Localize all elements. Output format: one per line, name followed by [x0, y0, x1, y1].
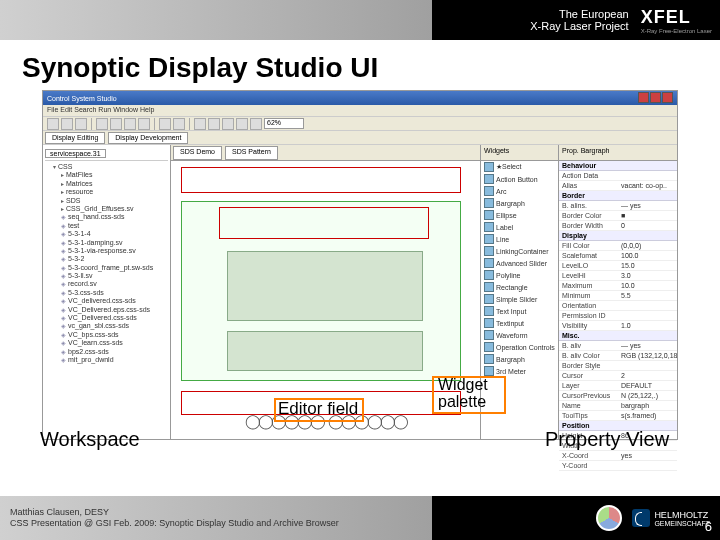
- perspective-tabs[interactable]: Display Editing Display Development: [43, 131, 677, 145]
- props-row[interactable]: Y-Coord: [559, 461, 677, 471]
- tree-item[interactable]: vc_gan_sbl.css-sds: [61, 322, 168, 330]
- props-row[interactable]: LayerDEFAULT: [559, 381, 677, 391]
- props-row[interactable]: Fill Color(0,0,0): [559, 241, 677, 251]
- tree-root[interactable]: CSS: [53, 163, 168, 171]
- props-value[interactable]: N (25,122,.): [618, 391, 677, 400]
- palette-item[interactable]: Text Input: [481, 305, 558, 317]
- toolbar[interactable]: 62%: [43, 117, 677, 131]
- toolbar-icon[interactable]: [159, 118, 171, 130]
- canvas-widget[interactable]: [227, 251, 423, 321]
- tree-item[interactable]: test: [61, 222, 168, 230]
- toolbar-icon[interactable]: [75, 118, 87, 130]
- tree-item[interactable]: 5-3.css-sds: [61, 289, 168, 297]
- tree-item[interactable]: seq_hand.css-sds: [61, 213, 168, 221]
- tree-item[interactable]: mit_pro_dwnld: [61, 356, 168, 364]
- props-value[interactable]: [618, 461, 677, 470]
- tree-item[interactable]: 5-3-1-via-response.sv: [61, 247, 168, 255]
- tree-item[interactable]: 5-3-1-4: [61, 230, 168, 238]
- props-value[interactable]: s(s.framed): [618, 411, 677, 420]
- props-value[interactable]: 5.5: [618, 291, 677, 300]
- props-value[interactable]: yes: [618, 451, 677, 460]
- palette-item[interactable]: Arc: [481, 185, 558, 197]
- props-row[interactable]: LevelHI3.0: [559, 271, 677, 281]
- toolbar-icon[interactable]: [138, 118, 150, 130]
- props-row[interactable]: B. aliv— yes: [559, 341, 677, 351]
- palette-item[interactable]: Simple Slider: [481, 293, 558, 305]
- props-row[interactable]: B. aliv ColorRGB (132,12,0,185): [559, 351, 677, 361]
- zoom-field[interactable]: 62%: [264, 118, 304, 129]
- props-row[interactable]: Border Width0: [559, 221, 677, 231]
- palette-item[interactable]: Bargraph: [481, 197, 558, 209]
- canvas-tab-1[interactable]: SDS Demo: [173, 146, 222, 160]
- props-value[interactable]: 15.0: [618, 261, 677, 270]
- property-view[interactable]: Prop. Bargraph BehaviourAction DataAlias…: [559, 145, 677, 439]
- tree-item[interactable]: 5-3-coord_frame_pt.sw-sds: [61, 264, 168, 272]
- props-value[interactable]: [618, 311, 677, 320]
- props-value[interactable]: ■: [618, 211, 677, 220]
- toolbar-icon[interactable]: [236, 118, 248, 130]
- tree-item[interactable]: VC_Delivered.css-sds: [61, 314, 168, 322]
- canvas-tab-2[interactable]: SDS Pattern: [225, 146, 278, 160]
- props-row[interactable]: Minimum5.5: [559, 291, 677, 301]
- toolbar-icon[interactable]: [61, 118, 73, 130]
- tree-item[interactable]: VC_Delivered.eps.css-sds: [61, 306, 168, 314]
- tree-item[interactable]: VC_bps.css-sds: [61, 331, 168, 339]
- palette-item[interactable]: LinkingContainer: [481, 245, 558, 257]
- props-row[interactable]: Border Style: [559, 361, 677, 371]
- props-value[interactable]: 3.0: [618, 271, 677, 280]
- toolbar-icon[interactable]: [47, 118, 59, 130]
- tree-item[interactable]: 5-3-1-damping.sv: [61, 239, 168, 247]
- palette-item[interactable]: Bargraph: [481, 353, 558, 365]
- palette-item[interactable]: ★Select: [481, 161, 558, 173]
- props-value[interactable]: 100.0: [618, 251, 677, 260]
- props-value[interactable]: — yes: [618, 341, 677, 350]
- tree-item[interactable]: Matrices: [61, 180, 168, 188]
- palette-item[interactable]: Waveform: [481, 329, 558, 341]
- props-row[interactable]: Aliasvacant: co-op..: [559, 181, 677, 191]
- palette-item[interactable]: Label: [481, 221, 558, 233]
- props-value[interactable]: bargraph: [618, 401, 677, 410]
- props-row[interactable]: ToolTipss(s.framed): [559, 411, 677, 421]
- toolbar-icon[interactable]: [110, 118, 122, 130]
- props-row[interactable]: Scalefomat100.0: [559, 251, 677, 261]
- canvas-widget[interactable]: [227, 331, 423, 371]
- props-row[interactable]: Action Data: [559, 171, 677, 181]
- toolbar-icon[interactable]: [194, 118, 206, 130]
- workspace-tree[interactable]: servicespace.31 CSS MatFilesMatricesreso…: [43, 145, 171, 439]
- props-row[interactable]: Orientation: [559, 301, 677, 311]
- props-row[interactable]: CursorPreviousN (25,122,.): [559, 391, 677, 401]
- props-value[interactable]: 10.0: [618, 281, 677, 290]
- palette-item[interactable]: Action Button: [481, 173, 558, 185]
- tree-item[interactable]: MatFiles: [61, 171, 168, 179]
- props-value[interactable]: 2: [618, 371, 677, 380]
- tab-display-development[interactable]: Display Development: [108, 132, 188, 144]
- palette-item[interactable]: Advanced Slider: [481, 257, 558, 269]
- props-value[interactable]: — yes: [618, 201, 677, 210]
- palette-item[interactable]: Rectangle: [481, 281, 558, 293]
- tab-display-editing[interactable]: Display Editing: [45, 132, 105, 144]
- props-value[interactable]: 1.0: [618, 321, 677, 330]
- props-row[interactable]: B. alins.— yes: [559, 201, 677, 211]
- tree-item[interactable]: SDS: [61, 197, 168, 205]
- close-icon[interactable]: [662, 92, 673, 103]
- toolbar-icon[interactable]: [222, 118, 234, 130]
- canvas-shape[interactable]: [219, 207, 429, 239]
- props-value[interactable]: [618, 361, 677, 370]
- canvas-shape[interactable]: [181, 167, 461, 193]
- tree-item[interactable]: 5-3-2: [61, 255, 168, 263]
- props-row[interactable]: Border Color■: [559, 211, 677, 221]
- props-value[interactable]: vacant: co-op..: [618, 181, 677, 190]
- tree-item[interactable]: VC_delivered.css-sds: [61, 297, 168, 305]
- toolbar-icon[interactable]: [250, 118, 262, 130]
- tree-item[interactable]: VC_learn.css-sds: [61, 339, 168, 347]
- props-value[interactable]: 0: [618, 221, 677, 230]
- toolbar-icon[interactable]: [124, 118, 136, 130]
- props-row[interactable]: Namebargraph: [559, 401, 677, 411]
- palette-item[interactable]: Ellipse: [481, 209, 558, 221]
- props-value[interactable]: [618, 301, 677, 310]
- props-value[interactable]: (0,0,0): [618, 241, 677, 250]
- props-row[interactable]: Permission ID: [559, 311, 677, 321]
- palette-item[interactable]: Polyline: [481, 269, 558, 281]
- tree-item[interactable]: resource: [61, 188, 168, 196]
- maximize-icon[interactable]: [650, 92, 661, 103]
